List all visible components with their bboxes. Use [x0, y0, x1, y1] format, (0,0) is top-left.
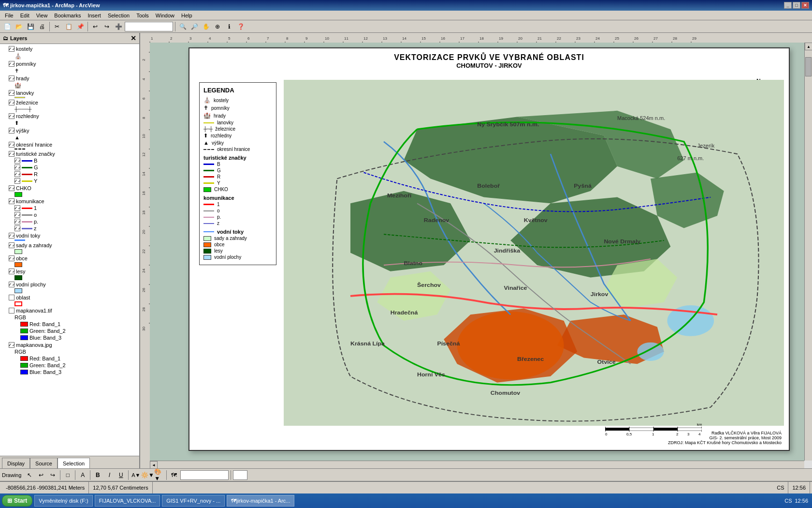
scroll-left-arrow[interactable]: ◄	[150, 461, 158, 468]
taskbar-item-3[interactable]: 🗺 jirkov-mapička1 - Arc...	[227, 495, 294, 507]
menu-file[interactable]: File	[2, 12, 16, 19]
menu-view[interactable]: View	[33, 12, 51, 19]
layer-row-lesy[interactable]: ✓ lesy	[1, 268, 138, 275]
layer-sub-komo[interactable]: ✓ o	[1, 211, 138, 218]
layer-check-kostely[interactable]: ✓	[9, 46, 14, 52]
layer-row-chko[interactable]: ✓ CHKO	[1, 185, 138, 192]
layer-check-sady[interactable]: ✓	[9, 242, 14, 248]
fill-color-button[interactable]: 🎨▼	[154, 470, 164, 480]
layer-check-komo[interactable]: ✓	[14, 212, 20, 218]
menu-edit[interactable]: Edit	[17, 12, 32, 19]
layer-row-sady[interactable]: ✓ sady a zahrady	[1, 242, 138, 249]
layer-check-B[interactable]: ✓	[14, 158, 20, 164]
layer-row-vysky[interactable]: ✓ výšky	[1, 127, 138, 134]
font-size-input[interactable]: 10	[233, 470, 247, 480]
draw-rect-button[interactable]: □	[62, 470, 73, 480]
layer-sub-R[interactable]: ✓ R	[1, 171, 138, 178]
layer-check-pomniky[interactable]: ✓	[9, 61, 14, 67]
italic-button[interactable]: I	[104, 470, 115, 480]
layer-check-oblast[interactable]	[9, 295, 14, 300]
cut-button[interactable]: ✂	[52, 21, 62, 32]
highlight-button[interactable]: 🔆▼	[142, 470, 153, 480]
layer-row-turistickezn[interactable]: ✓ turistické značky	[1, 150, 138, 157]
layer-check-lesy[interactable]: ✓	[9, 269, 14, 274]
layer-row-rozhledny[interactable]: ✓ rozhledny	[1, 113, 138, 120]
layer-check-zeleznice[interactable]: ✓	[9, 100, 14, 105]
layer-check-komunikace[interactable]: ✓	[9, 198, 14, 204]
layer-check-komz[interactable]: ✓	[14, 225, 20, 231]
add-data-button[interactable]: ➕	[113, 21, 124, 32]
tab-selection[interactable]: Selection	[58, 458, 90, 468]
start-button[interactable]: ⊞ Start	[2, 495, 32, 507]
layer-check-Y[interactable]: ✓	[14, 178, 20, 184]
scale-input[interactable]: 1:70 045	[125, 22, 173, 31]
help-button[interactable]: ❓	[235, 21, 246, 32]
undo-draw-button[interactable]: ↩	[36, 470, 46, 480]
close-button[interactable]: ✕	[801, 2, 809, 9]
tab-display[interactable]: Display	[2, 458, 30, 468]
menu-selection[interactable]: Selection	[105, 12, 132, 19]
scroll-thumb-v[interactable]	[805, 57, 812, 76]
layer-sub-komp[interactable]: ✓ p.	[1, 218, 138, 225]
save-button[interactable]: 💾	[25, 21, 36, 32]
layer-row-oblast[interactable]: oblast	[1, 294, 138, 301]
layer-row-okresnihranice[interactable]: ✓ okresní hranice	[1, 141, 138, 148]
menu-help[interactable]: Help	[178, 12, 195, 19]
zoom-in-button[interactable]: 🔍	[177, 21, 188, 32]
layer-row-pomniky[interactable]: ✓ pomníky	[1, 60, 138, 67]
layer-row-kostely[interactable]: ✓ kostely	[1, 45, 138, 52]
zoom-full-button[interactable]: ⊕	[212, 21, 223, 32]
scroll-up-arrow[interactable]: ▲	[805, 43, 812, 50]
layer-check-vysky[interactable]: ✓	[9, 128, 14, 134]
redo-button[interactable]: ↪	[102, 21, 112, 32]
select-tool-button[interactable]: ↖	[24, 470, 35, 480]
maximize-button[interactable]: □	[793, 2, 800, 9]
layer-check-kom1[interactable]: ✓	[14, 205, 20, 211]
taskbar-item-1[interactable]: FIJALOVA_VLCKOVA...	[95, 495, 160, 507]
layer-row-mapkanova1tif[interactable]: mapkanova1.tif	[1, 307, 138, 314]
layer-row-komunikace[interactable]: ✓ komunikace	[1, 198, 138, 205]
layer-check-chko[interactable]: ✓	[9, 185, 14, 191]
layer-sub-G[interactable]: ✓ G	[1, 164, 138, 171]
layer-check-G[interactable]: ✓	[14, 164, 20, 170]
layer-check-R[interactable]: ✓	[14, 171, 20, 177]
pan-button[interactable]: ✋	[201, 21, 211, 32]
menu-tools[interactable]: Tools	[133, 12, 152, 19]
layer-check-okresnihranice[interactable]: ✓	[9, 142, 14, 148]
layer-row-obce[interactable]: ✓ obce	[1, 255, 138, 262]
undo-button[interactable]: ↩	[90, 21, 101, 32]
layer-sub-B[interactable]: ✓ B	[1, 157, 138, 164]
layer-check-mapkanovajpg[interactable]: ✓	[9, 342, 14, 348]
open-button[interactable]: 📂	[14, 21, 24, 32]
layer-row-hrady[interactable]: ✓ hrady	[1, 75, 138, 82]
layer-sub-kom1[interactable]: ✓ 1	[1, 205, 138, 211]
minimize-button[interactable]: _	[784, 2, 792, 9]
layer-row-lanovky[interactable]: ✓ lanovky	[1, 90, 138, 96]
layer-sub-Y[interactable]: ✓ Y	[1, 178, 138, 184]
new-button[interactable]: 📄	[2, 21, 13, 32]
layer-row-mapkanovajpg[interactable]: ✓ mapkanova.jpg	[1, 342, 138, 348]
print-button[interactable]: 🖨	[37, 21, 47, 32]
layer-check-rozhledny[interactable]: ✓	[9, 113, 14, 119]
toc-close-icon[interactable]: ✕	[130, 34, 136, 42]
horizontal-scrollbar[interactable]: ◄	[150, 461, 804, 468]
layer-check-obce[interactable]: ✓	[9, 255, 14, 261]
zoom-out-button[interactable]: 🔎	[189, 21, 200, 32]
identify-button[interactable]: ℹ	[224, 21, 234, 32]
taskbar-item-2[interactable]: GIS1 VF+RV_novy - ...	[162, 495, 225, 507]
bold-button[interactable]: B	[92, 470, 103, 480]
layer-check-hrady[interactable]: ✓	[9, 75, 14, 81]
menu-bookmarks[interactable]: Bookmarks	[51, 12, 84, 19]
layer-check-vodniplochy[interactable]: ✓	[9, 282, 14, 287]
menu-window[interactable]: Window	[153, 12, 177, 19]
layer-check-vodnitoky[interactable]: ✓	[9, 233, 14, 239]
tab-source[interactable]: Source	[30, 458, 58, 468]
layer-row-zeleznice[interactable]: ✓ železnice	[1, 99, 138, 106]
layer-check-turistickezn[interactable]: ✓	[9, 151, 14, 157]
layer-row-vodnitoky[interactable]: ✓ vodní toky	[1, 232, 138, 239]
font-family-input[interactable]: Arial	[180, 470, 229, 480]
paste-button[interactable]: 📌	[75, 21, 86, 32]
text-tool-button[interactable]: A	[77, 470, 88, 480]
layer-check-lanovky[interactable]: ✓	[9, 90, 14, 96]
layer-check-komp[interactable]: ✓	[14, 219, 20, 224]
